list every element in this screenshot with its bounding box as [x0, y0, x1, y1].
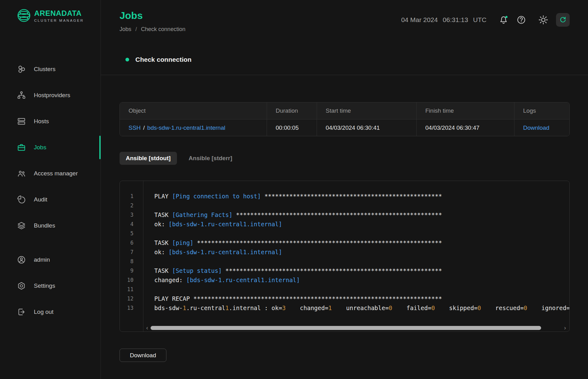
line-number: 9: [120, 266, 133, 275]
bundles-icon: [17, 221, 26, 230]
scroll-left-arrow[interactable]: ‹: [144, 325, 151, 331]
scroll-right-arrow[interactable]: ›: [562, 325, 568, 331]
sidebar-item-access-manager[interactable]: Access manager: [0, 160, 101, 187]
sidebar-item-jobs[interactable]: Jobs: [0, 134, 101, 160]
line-number: 13: [120, 303, 133, 313]
object-type-link[interactable]: SSH: [129, 124, 141, 131]
sidebar-item-label: Access manager: [34, 170, 78, 177]
log-line: TASK [Gathering Facts] *****************…: [154, 210, 569, 219]
brand-name: ARENADATA: [34, 9, 84, 18]
download-button[interactable]: Download: [120, 349, 166, 362]
line-number-gutter: 12345678910111213: [120, 181, 143, 332]
sidebar-item-label: Settings: [34, 282, 55, 289]
breadcrumb-jobs[interactable]: Jobs: [120, 26, 131, 32]
line-number: 10: [120, 275, 133, 285]
ansible-log-viewer: 12345678910111213 PLAY [Ping connection …: [120, 181, 570, 332]
log-line: changed: [bds-sdw-1.ru-central1.internal…: [154, 275, 569, 285]
time-text: 06:31:13: [443, 16, 468, 24]
sidebar-item-audit[interactable]: Audit: [0, 187, 101, 213]
topbar-titles: Jobs Jobs / Check connection: [120, 9, 185, 33]
log-line: [154, 285, 569, 294]
page-title: Jobs: [120, 9, 185, 22]
line-number: 12: [120, 294, 133, 303]
object-separator: /: [143, 124, 145, 131]
sidebar-item-bundles[interactable]: Bundles: [0, 213, 101, 239]
sidebar-item-label: Log out: [34, 309, 53, 315]
sidebar-item-label: admin: [34, 256, 50, 263]
sidebar-nav-main: ClustersHostprovidersHostsJobsAccess man…: [0, 56, 101, 239]
auto-refresh-button[interactable]: [556, 13, 570, 27]
logout-icon: [17, 307, 26, 317]
brand-subtitle: CLUSTER MANAGER: [34, 19, 84, 22]
arenadata-logo-icon: [17, 8, 31, 23]
hosts-icon: [17, 117, 26, 126]
main-area: Jobs Jobs / Check connection 04 Mar 2024…: [101, 0, 588, 379]
job-table: ObjectDurationStart timeFinish timeLogs …: [120, 102, 570, 136]
log-line: [154, 257, 569, 266]
jobs-icon: [17, 143, 26, 152]
sidebar-item-log-out[interactable]: Log out: [0, 299, 101, 325]
sidebar-item-hostproviders[interactable]: Hostproviders: [0, 82, 101, 108]
sidebar-item-label: Bundles: [34, 222, 55, 229]
sidebar: ARENADATA CLUSTER MANAGER ClustersHostpr…: [0, 0, 101, 379]
help-icon[interactable]: [516, 15, 526, 25]
user-icon: [17, 255, 26, 264]
log-line: [154, 201, 569, 210]
job-name: Check connection: [135, 56, 192, 63]
breadcrumb-separator: /: [135, 26, 137, 32]
log-line: TASK [ping] ****************************…: [154, 238, 569, 247]
notifications-bell-icon[interactable]: [498, 15, 509, 25]
job-status-dot: [125, 58, 129, 61]
refresh-icon: [559, 16, 567, 24]
finish-time-cell: 04/03/2024 06:30:47: [416, 120, 514, 136]
sidebar-item-clusters[interactable]: Clusters: [0, 56, 101, 82]
sidebar-item-admin[interactable]: admin: [0, 247, 101, 273]
log-line: bds-sdw-1.ru-central1.internal : ok=3 ch…: [154, 303, 569, 313]
sidebar-item-label: Audit: [34, 196, 47, 203]
sidebar-item-settings[interactable]: Settings: [0, 273, 101, 299]
object-host-link[interactable]: bds-sdw-1.ru-central1.internal: [147, 124, 225, 131]
line-number: 3: [120, 210, 133, 219]
line-number: 4: [120, 219, 133, 229]
line-number: 6: [120, 238, 133, 247]
sidebar-item-label: Clusters: [34, 66, 56, 73]
brand-text: ARENADATA CLUSTER MANAGER: [34, 9, 84, 22]
sidebar-item-label: Jobs: [34, 144, 46, 151]
sidebar-nav-bottom: adminSettingsLog out: [0, 247, 101, 325]
timezone-text: UTC: [473, 16, 486, 24]
scrollbar-track[interactable]: [151, 326, 562, 330]
object-cell: SSH/bds-sdw-1.ru-central1.internal: [120, 120, 267, 136]
column-header-object: Object: [120, 102, 267, 119]
theme-sun-icon[interactable]: [538, 15, 549, 25]
column-header-logs: Logs: [514, 102, 569, 119]
audit-icon: [17, 195, 26, 204]
tab-ansible-stderr[interactable]: Ansible [stderr]: [183, 152, 238, 165]
sidebar-item-label: Hosts: [34, 118, 49, 125]
log-line: TASK [Setup status] ********************…: [154, 266, 569, 275]
line-number: 11: [120, 285, 133, 294]
date-text: 04 Mar 2024: [401, 16, 438, 24]
duration-cell: 00:00:05: [267, 120, 317, 136]
app: ARENADATA CLUSTER MANAGER ClustersHostpr…: [0, 0, 588, 379]
job-content: ObjectDurationStart timeFinish timeLogs …: [101, 75, 588, 362]
column-header-finish-time: Finish time: [416, 102, 514, 119]
datetime: 04 Mar 2024 06:31:13 UTC: [401, 16, 486, 24]
log-line: PLAY [Ping connection to host] *********…: [154, 192, 569, 201]
scrollbar-thumb[interactable]: [151, 326, 541, 330]
log-output: PLAY [Ping connection to host] *********…: [143, 181, 569, 332]
log-line: ok: [bds-sdw-1.ru-central1.internal]: [154, 247, 569, 257]
tab-ansible-stdout[interactable]: Ansible [stdout]: [120, 152, 177, 165]
log-tabs: Ansible [stdout]Ansible [stderr]: [120, 152, 570, 165]
access-manager-icon: [17, 169, 26, 178]
log-line: ok: [bds-sdw-1.ru-central1.internal]: [154, 219, 569, 229]
line-number: 7: [120, 247, 133, 257]
job-table-row: SSH/bds-sdw-1.ru-central1.internal 00:00…: [120, 119, 569, 136]
column-header-start-time: Start time: [317, 102, 416, 119]
logs-download-link[interactable]: Download: [523, 124, 550, 131]
brand-logo: ARENADATA CLUSTER MANAGER: [0, 0, 101, 23]
clusters-icon: [17, 65, 26, 74]
column-header-duration: Duration: [267, 102, 317, 119]
line-number: 5: [120, 229, 133, 238]
sidebar-item-hosts[interactable]: Hosts: [0, 108, 101, 134]
topbar-right: 04 Mar 2024 06:31:13 UTC: [401, 13, 570, 27]
